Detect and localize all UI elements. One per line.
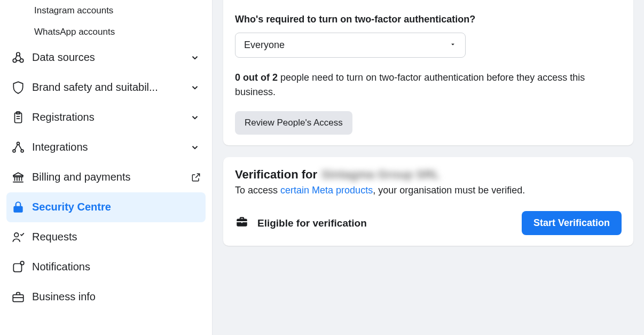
sidebar-item-label: Requests [32,231,201,243]
svg-point-6 [13,150,15,152]
notification-square-icon [11,260,26,275]
chevron-down-icon [189,111,201,124]
shield-icon [11,80,26,95]
sidebar-item-label: Data sources [32,51,189,64]
sidebar-item-whatsapp-accounts[interactable]: WhatsApp accounts [6,21,206,43]
eligibility-status: Eligible for verification [235,215,367,231]
svg-point-2 [20,59,23,63]
twofa-question: Who's required to turn on two-factor aut… [235,14,622,25]
review-access-button[interactable]: Review People's Access [235,111,352,135]
briefcase-icon [235,215,249,231]
integrations-icon [11,140,26,155]
sidebar-item-security[interactable]: Security Centre [6,192,206,222]
main-content: settings Who's required to turn on two-f… [213,0,644,335]
svg-point-10 [20,261,24,265]
sidebar-item-label: Integrations [32,141,189,153]
verification-subtitle: To access certain Meta products, your or… [235,185,622,196]
clipboard-icon [11,110,26,125]
select-value: Everyone [244,40,285,51]
lock-icon [11,200,26,215]
briefcase-icon [11,290,26,305]
sidebar-item-billing[interactable]: Billing and payments [6,162,206,192]
settings-link-partial[interactable]: settings [235,0,622,3]
verification-title: Verification for Sintagma Group SRL [235,168,622,182]
sidebar-item-label: Billing and payments [32,171,191,183]
sidebar-item-requests[interactable]: Requests [6,222,206,252]
sidebar-item-label: Business info [32,291,201,303]
sidebar-item-brand-safety[interactable]: Brand safety and suitabil... [6,73,206,103]
svg-point-1 [13,59,17,63]
sidebar-item-label: Security Centre [32,201,201,213]
sidebar-item-data-sources[interactable]: Data sources [6,43,206,73]
svg-rect-11 [13,294,23,301]
chevron-down-icon [189,81,201,94]
two-factor-card: settings Who's required to turn on two-f… [223,0,633,145]
sidebar-item-label: Registrations [32,111,189,123]
svg-point-5 [17,142,20,145]
chevron-down-icon [189,51,201,64]
chevron-down-icon [189,141,201,154]
external-link-icon [191,172,201,183]
people-check-icon [11,230,26,245]
sidebar-item-business-info[interactable]: Business info [6,282,206,312]
svg-rect-9 [13,263,21,271]
sidebar-item-integrations[interactable]: Integrations [6,133,206,162]
sidebar-item-label: Notifications [32,261,201,273]
verification-org-name-blurred: Sintagma Group SRL [321,168,439,182]
twofa-required-select[interactable]: Everyone [235,33,466,58]
sidebar-item-label: Brand safety and suitabil... [32,81,189,94]
meta-products-link[interactable]: certain Meta products [280,185,373,196]
twofa-status-text: 0 out of 2 people need to turn on two-fa… [235,71,622,99]
svg-point-7 [21,150,23,152]
start-verification-button[interactable]: Start Verification [522,211,622,235]
nodes-icon [11,50,26,65]
bank-icon [11,170,26,185]
sidebar: Instagram accounts WhatsApp accounts Dat… [0,0,213,335]
caret-down-icon [449,40,457,51]
verification-card: Verification for Sintagma Group SRL To a… [223,157,633,246]
sidebar-item-notifications[interactable]: Notifications [6,252,206,282]
sidebar-item-registrations[interactable]: Registrations [6,103,206,133]
sidebar-item-instagram-accounts[interactable]: Instagram accounts [6,0,206,21]
svg-point-8 [14,232,19,237]
